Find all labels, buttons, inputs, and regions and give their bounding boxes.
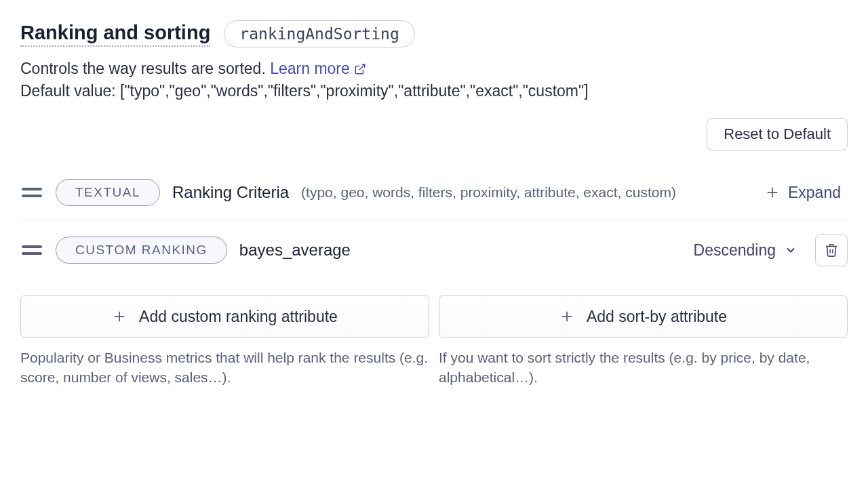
reset-to-default-button[interactable]: Reset to Default xyxy=(707,118,848,150)
reset-row: Reset to Default xyxy=(20,118,848,150)
add-custom-ranking-column: Add custom ranking attribute Popularity … xyxy=(20,295,429,388)
order-dropdown[interactable]: Descending xyxy=(688,237,803,264)
api-name-tag: rankingAndSorting xyxy=(224,20,414,47)
add-custom-ranking-label: Add custom ranking attribute xyxy=(139,308,338,326)
ranking-row-custom: CUSTOM RANKING bayes_average Descending xyxy=(20,220,848,280)
plus-icon xyxy=(765,185,780,200)
rule-name: bayes_average xyxy=(239,241,351,260)
add-sort-by-button[interactable]: Add sort-by attribute xyxy=(439,295,848,338)
order-label: Descending xyxy=(694,241,776,260)
sort-by-help: If you want to sort strictly the results… xyxy=(439,348,848,388)
rule-type-pill: TEXTUAL xyxy=(56,179,160,206)
custom-ranking-help: Popularity or Business metrics that will… xyxy=(20,348,429,388)
external-link-icon xyxy=(354,63,366,75)
chevron-down-icon xyxy=(784,243,797,257)
learn-more-label: Learn more xyxy=(270,60,350,78)
rule-type-pill: CUSTOM RANKING xyxy=(56,237,227,264)
svg-line-0 xyxy=(359,64,364,70)
default-value: Default value: ["typo","geo","words","fi… xyxy=(20,82,848,100)
trash-icon xyxy=(824,242,839,258)
rule-name: Ranking Criteria xyxy=(172,183,289,202)
rule-detail: (typo, geo, words, filters, proximity, a… xyxy=(301,183,746,202)
add-sort-by-label: Add sort-by attribute xyxy=(587,308,727,326)
learn-more-link[interactable]: Learn more xyxy=(270,60,366,78)
drag-handle-icon[interactable] xyxy=(20,245,43,255)
expand-button[interactable]: Expand xyxy=(758,180,848,206)
plus-icon xyxy=(559,309,574,324)
description-text: Controls the way results are sorted. xyxy=(20,60,270,77)
add-custom-ranking-button[interactable]: Add custom ranking attribute xyxy=(20,295,429,338)
section-description: Controls the way results are sorted. Lea… xyxy=(20,60,848,78)
add-sort-by-column: Add sort-by attribute If you want to sor… xyxy=(439,295,848,388)
drag-handle-icon[interactable] xyxy=(20,188,43,197)
expand-label: Expand xyxy=(788,184,841,202)
add-buttons-row: Add custom ranking attribute Popularity … xyxy=(20,295,848,388)
section-header: Ranking and sorting rankingAndSorting xyxy=(20,20,848,47)
delete-button[interactable] xyxy=(815,234,848,266)
section-title: Ranking and sorting xyxy=(20,22,210,47)
plus-icon xyxy=(112,309,127,324)
ranking-row-textual: TEXTUAL Ranking Criteria (typo, geo, wor… xyxy=(20,165,848,220)
